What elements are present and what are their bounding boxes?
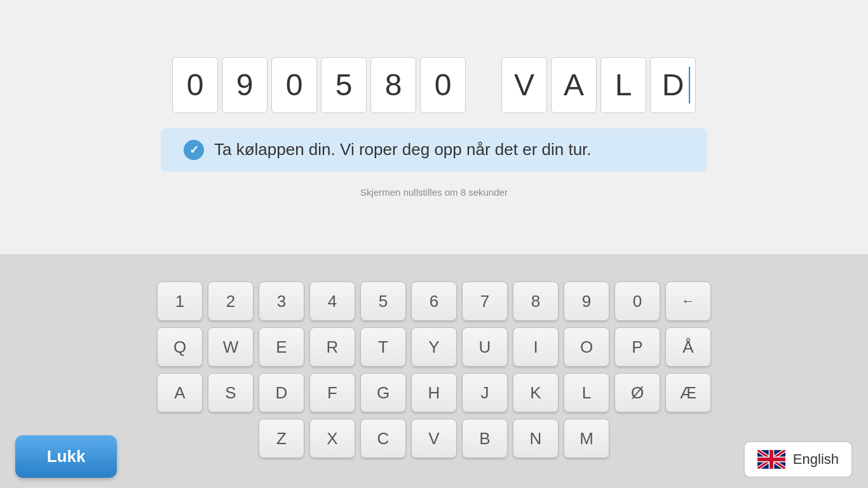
key-c[interactable]: C [360, 419, 406, 458]
keyboard-row-4: Z X C V B N M [259, 419, 609, 458]
key-t[interactable]: T [360, 327, 406, 367]
key-f[interactable]: F [309, 373, 355, 412]
close-button[interactable]: Lukk [15, 435, 117, 478]
name-char-1: A [551, 57, 597, 113]
key-d[interactable]: D [259, 373, 304, 412]
key-b[interactable]: B [462, 419, 508, 458]
language-label: English [793, 451, 839, 468]
key-l[interactable]: L [564, 373, 609, 412]
display-row: 0 9 0 5 8 0 V A L D [172, 57, 696, 113]
key-ae[interactable]: Æ [665, 373, 711, 412]
key-5[interactable]: 5 [360, 281, 406, 321]
keyboard-row-1: 1 2 3 4 5 6 7 8 9 0 ← [157, 281, 711, 321]
key-4[interactable]: 4 [309, 281, 355, 321]
key-r[interactable]: R [309, 327, 355, 367]
reset-notice: Skjermen nullstilles om 8 sekunder [360, 187, 508, 198]
key-7[interactable]: 7 [462, 281, 508, 321]
key-z[interactable]: Z [259, 419, 304, 458]
key-u[interactable]: U [462, 327, 508, 367]
key-k[interactable]: K [513, 373, 559, 412]
digit-0: 0 [172, 57, 218, 113]
name-display-group: V A L D [501, 57, 696, 113]
svg-rect-8 [757, 458, 785, 461]
key-q[interactable]: Q [157, 327, 203, 367]
digit-5: 0 [420, 57, 466, 113]
key-j[interactable]: J [462, 373, 508, 412]
name-char-3: D [650, 57, 696, 113]
key-backspace[interactable]: ← [665, 281, 711, 321]
digit-2: 0 [271, 57, 317, 113]
key-oslash[interactable]: Ø [614, 373, 660, 412]
key-n[interactable]: N [513, 419, 559, 458]
key-aa[interactable]: Å [665, 327, 711, 367]
key-v[interactable]: V [411, 419, 457, 458]
uk-flag-icon [757, 450, 785, 469]
key-o[interactable]: O [564, 327, 609, 367]
number-display-group: 0 9 0 5 8 0 [172, 57, 466, 113]
keyboard-section: 1 2 3 4 5 6 7 8 9 0 ← Q W E R T Y U I O … [0, 254, 868, 488]
status-message: Ta kølappen din. Vi roper deg opp når de… [161, 128, 707, 172]
top-section: 0 9 0 5 8 0 V A L D Ta kølappen din. Vi … [0, 0, 868, 254]
key-i[interactable]: I [513, 327, 559, 367]
bottom-bar: Lukk [15, 435, 117, 478]
digit-4: 8 [370, 57, 416, 113]
key-a[interactable]: A [157, 373, 203, 412]
key-p[interactable]: P [614, 327, 660, 367]
keyboard-row-2: Q W E R T Y U I O P Å [157, 327, 711, 367]
key-h[interactable]: H [411, 373, 457, 412]
name-char-2: L [600, 57, 646, 113]
check-icon [184, 140, 204, 160]
key-g[interactable]: G [360, 373, 406, 412]
key-x[interactable]: X [309, 419, 355, 458]
key-6[interactable]: 6 [411, 281, 457, 321]
key-1[interactable]: 1 [157, 281, 203, 321]
status-text: Ta kølappen din. Vi roper deg opp når de… [214, 140, 592, 159]
key-9[interactable]: 9 [564, 281, 609, 321]
key-2[interactable]: 2 [208, 281, 254, 321]
key-s[interactable]: S [208, 373, 254, 412]
key-y[interactable]: Y [411, 327, 457, 367]
key-3[interactable]: 3 [259, 281, 304, 321]
digit-1: 9 [222, 57, 268, 113]
digit-3: 5 [321, 57, 367, 113]
key-8[interactable]: 8 [513, 281, 559, 321]
language-button[interactable]: English [743, 441, 853, 478]
keyboard-row-3: A S D F G H J K L Ø Æ [157, 373, 711, 412]
key-w[interactable]: W [208, 327, 254, 367]
key-0[interactable]: 0 [614, 281, 660, 321]
key-e[interactable]: E [259, 327, 304, 367]
key-m[interactable]: M [564, 419, 609, 458]
name-char-0: V [501, 57, 547, 113]
